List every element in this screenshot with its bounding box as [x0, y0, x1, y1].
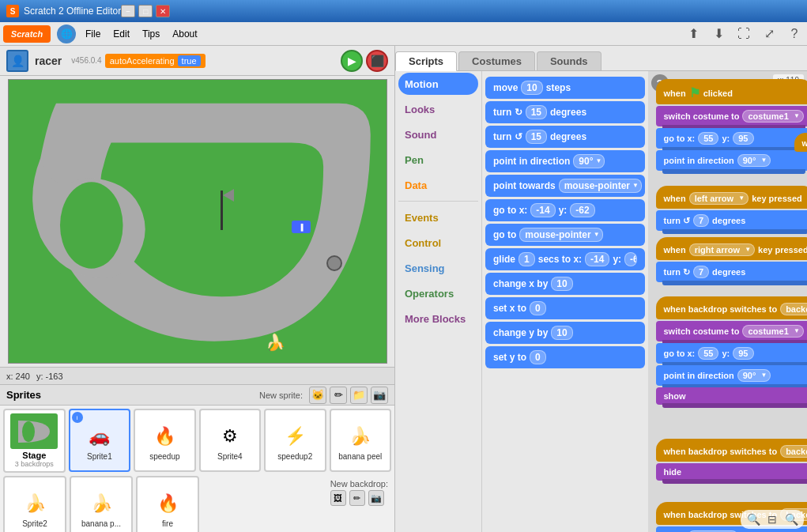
blocks-area: Motion Looks Sound Pen Data Events Contr… [395, 71, 807, 532]
menu-file[interactable]: File [79, 25, 107, 43]
sprites-title: Sprites [6, 389, 41, 401]
new-sprite-upload[interactable]: 📁 [350, 387, 368, 404]
category-divider [398, 201, 478, 202]
menu-tips[interactable]: Tips [136, 25, 166, 43]
block-when-backdrop2[interactable]: when backdrop switches to backdrop2 [656, 439, 808, 462]
sprite-item-speedup[interactable]: 🔥 speedup [134, 409, 195, 472]
stop-button[interactable]: ⬛ [366, 50, 388, 72]
block-turn-left-7[interactable]: turn ↺ 7 degrees [656, 210, 808, 231]
block-point-dir-2[interactable]: point in direction 90° [656, 365, 808, 386]
block-go-to[interactable]: go to mouse-pointer [485, 224, 645, 246]
block-switch-costume-2[interactable]: switch costume to costume1 [656, 321, 808, 341]
x-coord-label: x: 240 [6, 372, 30, 381]
upload-icon[interactable]: ⬆ [684, 25, 703, 43]
language-button[interactable]: 🌐 [57, 25, 76, 43]
block-set-x[interactable]: set x to 0 [485, 297, 645, 319]
sprites-header: Sprites New sprite: 🐱 ✏ 📁 📷 [0, 385, 394, 406]
block-switch-costume-1[interactable]: switch costume to costume1 [656, 106, 808, 126]
new-backdrop-library[interactable]: 🖼 [330, 490, 346, 506]
block-point-dir-1[interactable]: point in direction 90° [656, 150, 808, 171]
new-backdrop-paint[interactable]: ✏ [349, 490, 365, 506]
tab-sounds[interactable]: Sounds [537, 51, 601, 70]
menu-about[interactable]: About [166, 25, 203, 43]
menu-edit[interactable]: Edit [107, 25, 136, 43]
block-point-direction[interactable]: point in direction 90° [485, 150, 645, 172]
new-backdrop-camera[interactable]: 📷 [368, 490, 384, 506]
autoaccel-value: true [178, 55, 201, 66]
racer-sprite: ▐ [292, 221, 311, 233]
close-button[interactable]: ✕ [156, 5, 170, 17]
script-group-1: when ⚑ clicked switch costume to costume… [656, 79, 808, 171]
help-icon[interactable]: ? [785, 25, 804, 43]
block-show[interactable]: show [656, 387, 808, 405]
sprite-item-fire[interactable]: 🔥 fire [136, 476, 199, 532]
speedup2-label: speedup2 [277, 452, 312, 461]
share-icon[interactable]: ⤢ [760, 25, 779, 43]
sprite-item-sprite2[interactable]: 🍌 Sprite2 [3, 476, 66, 532]
block-turn-right[interactable]: turn ↻ 15 degrees [485, 101, 645, 123]
sprite-item-banana-p[interactable]: 🍌 banana p... [70, 476, 133, 532]
block-move[interactable]: move 10 steps [485, 77, 645, 99]
category-operators[interactable]: Operators [398, 282, 478, 304]
minimize-button[interactable]: − [121, 5, 135, 17]
autoaccel-badge: autoAccelerating true [105, 54, 206, 68]
sprite4-label: Sprite4 [217, 452, 243, 461]
category-events[interactable]: Events [398, 206, 478, 228]
block-go-to-xy-1[interactable]: go to x: 55 y: 95 [656, 128, 808, 149]
block-turn-left[interactable]: turn ↺ 15 degrees [485, 126, 645, 148]
category-sound[interactable]: Sound [398, 123, 478, 145]
svg-point-1 [22, 421, 35, 442]
block-set-y[interactable]: set y to 0 [485, 346, 645, 368]
new-backdrop-section: New backdrop: 🖼 ✏ 📷 [327, 476, 391, 532]
block-when-right-arrow[interactable]: when right arrow key pressed [656, 237, 808, 260]
sprite4-thumbnail: ⚙ [211, 421, 249, 452]
block-point-towards[interactable]: point towards mouse-pointer [485, 175, 645, 197]
block-go-to-xy-2[interactable]: go to x: 55 y: 95 [656, 343, 808, 364]
category-pen[interactable]: Pen [398, 149, 478, 171]
flag-top [223, 189, 234, 202]
sprite1-label: Sprite1 [87, 452, 112, 461]
zoom-controls: 🔍 ⊟ 🔍 [741, 510, 804, 529]
zoom-out-button[interactable]: 🔍 [745, 511, 761, 527]
block-glide[interactable]: glide 1 secs to x: -14 y: -62 [485, 248, 645, 270]
new-sprite-paint[interactable]: ✏ [330, 387, 347, 404]
new-backdrop-label: New backdrop: [330, 479, 388, 489]
sprite-item-speedup2[interactable]: ⚡ speedup2 [264, 409, 326, 472]
block-change-x[interactable]: change x by 10 [485, 273, 645, 295]
new-sprite-from-library[interactable]: 🐱 [309, 387, 326, 404]
sprite-info-badge[interactable]: i [72, 412, 83, 423]
stage-item[interactable]: Stage 3 backdrops [3, 409, 66, 473]
green-flag-button[interactable]: ▶ [341, 50, 363, 72]
category-motion[interactable]: Motion [398, 73, 478, 95]
category-control[interactable]: Control [398, 232, 478, 254]
tab-costumes[interactable]: Costumes [458, 51, 535, 70]
block-when-flag-clicked[interactable]: when ⚑ clicked [656, 79, 808, 104]
new-sprite-camera[interactable]: 📷 [371, 387, 388, 404]
category-sensing[interactable]: Sensing [398, 257, 478, 279]
zoom-fit-button[interactable]: ⊟ [764, 511, 780, 527]
stage-panel: 👤 racer v456.0.4 autoAccelerating true ▶… [0, 46, 395, 532]
block-turn-right-7[interactable]: turn ↻ 7 degrees [656, 262, 808, 282]
fullscreen-icon[interactable]: ⛶ [734, 25, 753, 43]
category-looks[interactable]: Looks [398, 98, 478, 120]
download-icon[interactable]: ⬇ [709, 25, 728, 43]
sprite-item-sprite1[interactable]: i 🚗 Sprite1 [69, 409, 130, 472]
sprite-item-sprite4[interactable]: ⚙ Sprite4 [199, 409, 261, 472]
version-label: v456.0.4 [71, 56, 101, 65]
maximize-button[interactable]: □ [138, 5, 153, 17]
block-when-left-arrow[interactable]: when left arrow key pressed [656, 186, 808, 209]
categories-panel: Motion Looks Sound Pen Data Events Contr… [395, 71, 482, 532]
block-change-y[interactable]: change y by 10 [485, 322, 645, 344]
script-group-backdrop2: when backdrop switches to backdrop2 hide [656, 439, 808, 481]
category-more-blocks[interactable]: More Blocks [398, 308, 478, 330]
block-hide[interactable]: hide [656, 463, 808, 481]
scripts-canvas: ? x: 119 95 when ⚑ clicked switch costum… [648, 71, 808, 532]
sprite-item-banana-peel[interactable]: 🍌 banana peel [330, 409, 391, 472]
category-data[interactable]: Data [398, 174, 478, 196]
zoom-in-button[interactable]: 🔍 [783, 511, 799, 527]
block-when-backdrop1[interactable]: when backdrop switches to backdrop1 [656, 296, 808, 319]
window-controls: − □ ✕ [121, 5, 170, 17]
tab-scripts[interactable]: Scripts [395, 51, 457, 71]
block-when-down-arrow[interactable]: when down arro▼ [794, 133, 808, 152]
block-go-to-xy[interactable]: go to x: -14 y: -62 [485, 199, 645, 221]
